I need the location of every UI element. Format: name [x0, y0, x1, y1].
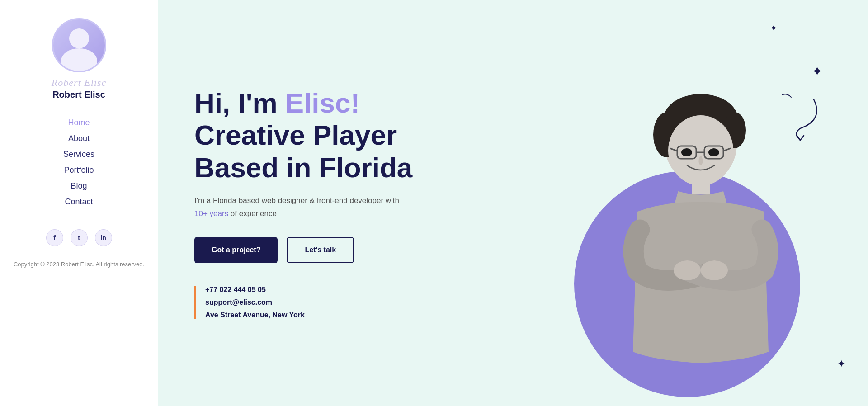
- avatar: [52, 18, 106, 72]
- hero-text-block: Hi, I'm Elisc! Creative Player Based in …: [194, 87, 412, 319]
- hero-role-line2: Based in Florida: [194, 151, 412, 184]
- project-button[interactable]: Got a project?: [194, 237, 278, 263]
- greeting-prefix: Hi, I'm: [194, 87, 285, 118]
- hero-role-line1: Creative Player: [194, 119, 412, 151]
- hero-description: I'm a Florida based web designer & front…: [194, 194, 411, 221]
- signature: Robert Elisc: [52, 77, 106, 89]
- sidebar-item-services[interactable]: Services: [63, 150, 94, 159]
- sidebar-item-contact[interactable]: Contact: [65, 197, 93, 207]
- greeting-name: Elisc!: [285, 87, 360, 118]
- description-prefix: I'm a Florida based web designer & front…: [194, 196, 399, 205]
- contact-email: support@elisc.com: [205, 298, 412, 307]
- hero-visual: [574, 22, 845, 406]
- sidebar-item-blog[interactable]: Blog: [71, 181, 87, 191]
- talk-button[interactable]: Let's talk: [287, 237, 354, 263]
- scribble-decoration: [778, 90, 832, 145]
- sidebar: Robert Elisc Robert Elisc Home About Ser…: [0, 0, 158, 406]
- years-highlight: 10+ years: [194, 209, 228, 218]
- sidebar-item-home[interactable]: Home: [68, 118, 90, 127]
- linkedin-button[interactable]: in: [95, 229, 112, 246]
- copyright-text: Copyright © 2023 Robert Elisc. All right…: [14, 260, 144, 269]
- sidebar-item-about[interactable]: About: [68, 134, 90, 143]
- star-decoration-1: ✦: [770, 23, 778, 33]
- hero-greeting: Hi, I'm Elisc!: [194, 87, 412, 119]
- hero-buttons: Got a project? Let's talk: [194, 237, 412, 263]
- twitter-button[interactable]: t: [71, 229, 88, 246]
- contact-address: Ave Street Avenue, New York: [205, 311, 412, 319]
- contact-info-block: +77 022 444 05 05 support@elisc.com Ave …: [194, 286, 412, 319]
- main-content: Hi, I'm Elisc! Creative Player Based in …: [158, 0, 868, 406]
- svg-point-10: [681, 148, 692, 156]
- facebook-button[interactable]: f: [46, 229, 63, 246]
- svg-point-14: [674, 260, 701, 280]
- svg-point-11: [708, 148, 719, 156]
- main-nav: Home About Services Portfolio Blog Conta…: [9, 118, 149, 207]
- svg-point-13: [701, 260, 728, 280]
- contact-phone: +77 022 444 05 05: [205, 286, 412, 294]
- hero-person-image: [592, 90, 809, 406]
- svg-rect-12: [692, 180, 710, 194]
- profile-name: Robert Elisc: [52, 90, 105, 100]
- star-decoration-2: ✦: [811, 63, 823, 79]
- star-decoration-3: ✦: [837, 358, 845, 370]
- description-suffix: of experience: [228, 209, 277, 218]
- sidebar-item-portfolio[interactable]: Portfolio: [64, 165, 94, 175]
- social-links: f t in: [46, 229, 112, 246]
- avatar-image: [53, 19, 105, 71]
